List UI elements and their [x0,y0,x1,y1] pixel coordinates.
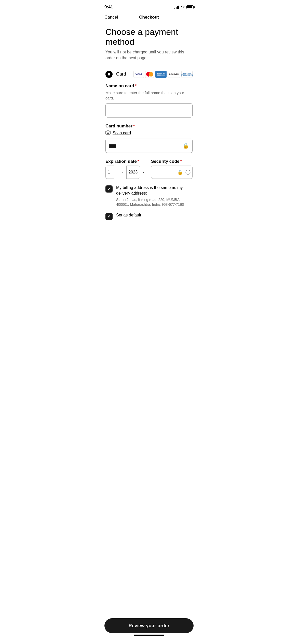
card-payment-label: Card [116,71,126,77]
billing-address-label: My billing address is the same as my del… [116,185,193,196]
billing-checkbox[interactable]: ✓ [105,185,113,193]
billing-checkmark: ✓ [107,186,111,191]
expiry-label: Expiration date* [105,159,147,164]
card-number-input-wrap: 🔒 [105,139,193,153]
card-required-indicator: * [133,124,135,128]
lock-icon: 🔒 [183,143,189,149]
name-on-card-label: Name on card* [105,83,193,89]
amex-logo: AMERICAN EXPRESS [155,71,167,78]
security-lock-icon: 🔒 [177,169,183,175]
card-radio-button[interactable] [105,71,113,78]
wifi-icon [181,5,185,9]
cancel-button[interactable]: Cancel [104,15,118,20]
month-select[interactable]: 1 2 3 4 5 6 7 8 9 10 11 12 [105,166,114,179]
name-on-card-hint: Make sure to enter the full name that's … [105,90,193,101]
security-group: Security code* 🔒 ⓘ [151,159,193,179]
status-time: 9:41 [104,5,113,10]
expiry-security-row: Expiration date* 1 2 3 4 5 6 7 8 9 10 [105,159,193,179]
scan-card-row[interactable]: Scan card [105,130,193,136]
camera-icon [105,130,111,136]
visa-logo: VISA [133,71,144,78]
name-on-card-section: Name on card* Make sure to enter the ful… [105,83,193,118]
set-default-checkbox[interactable]: ✓ [105,213,113,220]
card-number-input[interactable] [105,139,193,153]
signal-bars-icon [174,5,179,9]
divider [105,66,193,66]
card-number-label: Card number* [105,124,193,129]
mastercard-logo [145,71,154,78]
required-indicator: * [135,83,137,88]
status-bar: 9:41 [99,0,199,13]
security-input-wrap: 🔒 ⓘ [151,166,193,179]
scan-card-label: Scan card [113,131,131,135]
name-on-card-input[interactable] [105,103,193,118]
billing-text-group: My billing address is the same as my del… [116,185,193,207]
security-required: * [180,159,182,164]
expiry-selects: 1 2 3 4 5 6 7 8 9 10 11 12 [105,166,147,179]
billing-address-row[interactable]: ✓ My billing address is the same as my d… [105,185,193,207]
page-heading: Choose a payment method [105,27,193,47]
set-default-label: Set as default [116,212,141,218]
diners-club-logo: Diners ClubINTERNATIONAL [181,71,193,78]
status-icons [174,5,194,9]
card-number-section: Card number* Scan card 🔒 [105,124,193,153]
year-select-wrap: 2023 2024 2025 2026 2027 2028 [126,166,147,179]
card-logos: VISA AMERICAN EXPRESS DISCOVER Diners Cl… [133,71,193,78]
card-chip-icon [109,144,116,148]
set-default-checkmark: ✓ [107,214,111,219]
month-select-wrap: 1 2 3 4 5 6 7 8 9 10 11 12 [105,166,126,179]
year-select[interactable]: 2023 2024 2025 2026 2027 2028 [126,166,140,179]
security-help-icon[interactable]: ⓘ [185,169,191,175]
nav-title: Checkout [139,15,159,20]
expiry-required: * [138,159,139,164]
page-subtitle: You will not be charged until you review… [105,49,193,61]
radio-inner [108,73,110,76]
discover-logo: DISCOVER [168,71,180,78]
set-default-row[interactable]: ✓ Set as default [105,212,193,220]
nav-bar: Cancel Checkout [99,13,199,23]
payment-method-left: Card [105,71,126,78]
security-code-label: Security code* [151,159,193,164]
svg-point-0 [107,132,109,134]
battery-icon [186,5,194,9]
payment-method-row[interactable]: Card VISA AMERICAN EXPRESS DISCOVER Dine… [105,71,193,78]
main-content: Choose a payment method You will not be … [99,23,199,251]
expiry-group: Expiration date* 1 2 3 4 5 6 7 8 9 10 [105,159,147,179]
billing-address-value: Sarah Jonas, linking road, 220, MUMBAI 4… [116,197,193,207]
